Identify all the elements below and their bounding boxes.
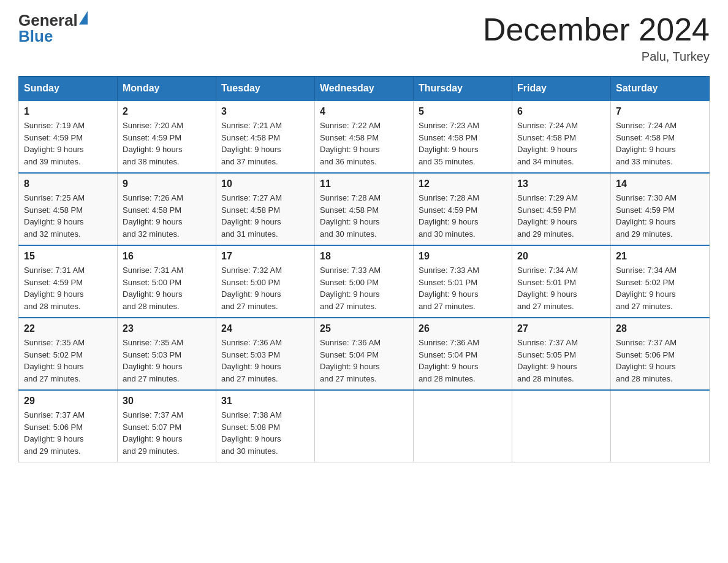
logo-blue-text: Blue — [18, 28, 53, 44]
calendar-cell: 18 Sunrise: 7:33 AM Sunset: 5:00 PM Dayl… — [315, 245, 414, 318]
day-number: 16 — [123, 251, 211, 262]
day-number: 13 — [517, 178, 605, 190]
calendar-cell: 1 Sunrise: 7:19 AM Sunset: 4:59 PM Dayli… — [19, 101, 118, 173]
calendar-cell: 10 Sunrise: 7:27 AM Sunset: 4:58 PM Dayl… — [216, 173, 315, 245]
day-info: Sunrise: 7:33 AM Sunset: 5:01 PM Dayligh… — [419, 264, 507, 312]
page-header: General Blue December 2024 Palu, Turkey — [18, 12, 710, 64]
day-number: 11 — [320, 178, 408, 190]
day-info: Sunrise: 7:38 AM Sunset: 5:08 PM Dayligh… — [221, 409, 309, 457]
day-info: Sunrise: 7:34 AM Sunset: 5:01 PM Dayligh… — [517, 264, 605, 312]
calendar-cell: 8 Sunrise: 7:25 AM Sunset: 4:58 PM Dayli… — [19, 173, 118, 245]
day-number: 17 — [221, 251, 309, 262]
day-info: Sunrise: 7:37 AM Sunset: 5:05 PM Dayligh… — [517, 337, 605, 385]
calendar-cell: 22 Sunrise: 7:35 AM Sunset: 5:02 PM Dayl… — [19, 318, 118, 390]
day-number: 26 — [419, 323, 507, 334]
week-row-1: 1 Sunrise: 7:19 AM Sunset: 4:59 PM Dayli… — [19, 101, 710, 173]
calendar-cell: 17 Sunrise: 7:32 AM Sunset: 5:00 PM Dayl… — [216, 245, 315, 318]
day-number: 1 — [24, 106, 112, 117]
week-row-3: 15 Sunrise: 7:31 AM Sunset: 4:59 PM Dayl… — [19, 245, 710, 318]
week-row-2: 8 Sunrise: 7:25 AM Sunset: 4:58 PM Dayli… — [19, 173, 710, 245]
day-number: 18 — [320, 251, 408, 262]
day-number: 19 — [419, 251, 507, 262]
weekday-header-friday: Friday — [512, 77, 611, 101]
weekday-header-monday: Monday — [118, 77, 216, 101]
weekday-header-tuesday: Tuesday — [216, 77, 315, 101]
day-number: 28 — [616, 323, 704, 334]
day-number: 3 — [221, 106, 309, 117]
calendar-cell: 30 Sunrise: 7:37 AM Sunset: 5:07 PM Dayl… — [118, 390, 216, 462]
calendar-cell: 27 Sunrise: 7:37 AM Sunset: 5:05 PM Dayl… — [512, 318, 611, 390]
calendar-cell: 7 Sunrise: 7:24 AM Sunset: 4:58 PM Dayli… — [611, 101, 710, 173]
calendar-cell: 5 Sunrise: 7:23 AM Sunset: 4:58 PM Dayli… — [414, 101, 512, 173]
day-info: Sunrise: 7:36 AM Sunset: 5:04 PM Dayligh… — [419, 337, 507, 385]
week-row-4: 22 Sunrise: 7:35 AM Sunset: 5:02 PM Dayl… — [19, 318, 710, 390]
location-text: Palu, Turkey — [483, 50, 710, 64]
day-number: 24 — [221, 323, 309, 334]
day-number: 25 — [320, 323, 408, 334]
calendar-cell: 6 Sunrise: 7:24 AM Sunset: 4:58 PM Dayli… — [512, 101, 611, 173]
day-number: 29 — [24, 396, 112, 407]
logo-general-text: General — [18, 12, 78, 28]
weekday-header-saturday: Saturday — [611, 77, 710, 101]
day-info: Sunrise: 7:36 AM Sunset: 5:03 PM Dayligh… — [221, 337, 309, 385]
day-info: Sunrise: 7:37 AM Sunset: 5:06 PM Dayligh… — [24, 409, 112, 457]
calendar-table: SundayMondayTuesdayWednesdayThursdayFrid… — [18, 76, 710, 462]
day-number: 20 — [517, 251, 605, 262]
day-info: Sunrise: 7:29 AM Sunset: 4:59 PM Dayligh… — [517, 192, 605, 240]
day-info: Sunrise: 7:28 AM Sunset: 4:59 PM Dayligh… — [419, 192, 507, 240]
weekday-header-thursday: Thursday — [414, 77, 512, 101]
calendar-cell: 24 Sunrise: 7:36 AM Sunset: 5:03 PM Dayl… — [216, 318, 315, 390]
day-info: Sunrise: 7:21 AM Sunset: 4:58 PM Dayligh… — [221, 120, 309, 167]
calendar-cell: 19 Sunrise: 7:33 AM Sunset: 5:01 PM Dayl… — [414, 245, 512, 318]
calendar-cell: 26 Sunrise: 7:36 AM Sunset: 5:04 PM Dayl… — [414, 318, 512, 390]
weekday-header-row: SundayMondayTuesdayWednesdayThursdayFrid… — [19, 77, 710, 101]
day-info: Sunrise: 7:23 AM Sunset: 4:58 PM Dayligh… — [419, 120, 507, 167]
calendar-cell — [611, 390, 710, 462]
day-number: 31 — [221, 396, 309, 407]
weekday-header-wednesday: Wednesday — [315, 77, 414, 101]
calendar-cell: 11 Sunrise: 7:28 AM Sunset: 4:58 PM Dayl… — [315, 173, 414, 245]
logo-triangle-icon — [79, 11, 88, 25]
calendar-cell: 13 Sunrise: 7:29 AM Sunset: 4:59 PM Dayl… — [512, 173, 611, 245]
calendar-cell: 12 Sunrise: 7:28 AM Sunset: 4:59 PM Dayl… — [414, 173, 512, 245]
day-info: Sunrise: 7:31 AM Sunset: 4:59 PM Dayligh… — [24, 264, 112, 312]
day-number: 10 — [221, 178, 309, 190]
calendar-cell: 16 Sunrise: 7:31 AM Sunset: 5:00 PM Dayl… — [118, 245, 216, 318]
day-info: Sunrise: 7:33 AM Sunset: 5:00 PM Dayligh… — [320, 264, 408, 312]
week-row-5: 29 Sunrise: 7:37 AM Sunset: 5:06 PM Dayl… — [19, 390, 710, 462]
day-info: Sunrise: 7:35 AM Sunset: 5:03 PM Dayligh… — [123, 337, 211, 385]
calendar-cell — [512, 390, 611, 462]
day-number: 2 — [123, 106, 211, 117]
day-info: Sunrise: 7:37 AM Sunset: 5:07 PM Dayligh… — [123, 409, 211, 457]
day-info: Sunrise: 7:28 AM Sunset: 4:58 PM Dayligh… — [320, 192, 408, 240]
day-info: Sunrise: 7:37 AM Sunset: 5:06 PM Dayligh… — [616, 337, 704, 385]
day-number: 4 — [320, 106, 408, 117]
day-number: 27 — [517, 323, 605, 334]
day-info: Sunrise: 7:19 AM Sunset: 4:59 PM Dayligh… — [24, 120, 112, 167]
calendar-cell — [315, 390, 414, 462]
day-number: 8 — [24, 178, 112, 190]
calendar-cell: 9 Sunrise: 7:26 AM Sunset: 4:58 PM Dayli… — [118, 173, 216, 245]
day-info: Sunrise: 7:20 AM Sunset: 4:59 PM Dayligh… — [123, 120, 211, 167]
calendar-cell: 21 Sunrise: 7:34 AM Sunset: 5:02 PM Dayl… — [611, 245, 710, 318]
day-info: Sunrise: 7:32 AM Sunset: 5:00 PM Dayligh… — [221, 264, 309, 312]
calendar-cell: 25 Sunrise: 7:36 AM Sunset: 5:04 PM Dayl… — [315, 318, 414, 390]
day-info: Sunrise: 7:25 AM Sunset: 4:58 PM Dayligh… — [24, 192, 112, 240]
day-info: Sunrise: 7:24 AM Sunset: 4:58 PM Dayligh… — [616, 120, 704, 167]
month-title: December 2024 — [483, 12, 710, 47]
day-info: Sunrise: 7:34 AM Sunset: 5:02 PM Dayligh… — [616, 264, 704, 312]
day-number: 12 — [419, 178, 507, 190]
day-number: 23 — [123, 323, 211, 334]
calendar-cell: 4 Sunrise: 7:22 AM Sunset: 4:58 PM Dayli… — [315, 101, 414, 173]
calendar-cell: 28 Sunrise: 7:37 AM Sunset: 5:06 PM Dayl… — [611, 318, 710, 390]
calendar-cell: 23 Sunrise: 7:35 AM Sunset: 5:03 PM Dayl… — [118, 318, 216, 390]
title-section: December 2024 Palu, Turkey — [483, 12, 710, 64]
day-info: Sunrise: 7:24 AM Sunset: 4:58 PM Dayligh… — [517, 120, 605, 167]
day-info: Sunrise: 7:31 AM Sunset: 5:00 PM Dayligh… — [123, 264, 211, 312]
day-number: 21 — [616, 251, 704, 262]
calendar-cell — [414, 390, 512, 462]
calendar-cell: 31 Sunrise: 7:38 AM Sunset: 5:08 PM Dayl… — [216, 390, 315, 462]
weekday-header-sunday: Sunday — [19, 77, 118, 101]
day-info: Sunrise: 7:22 AM Sunset: 4:58 PM Dayligh… — [320, 120, 408, 167]
day-number: 30 — [123, 396, 211, 407]
